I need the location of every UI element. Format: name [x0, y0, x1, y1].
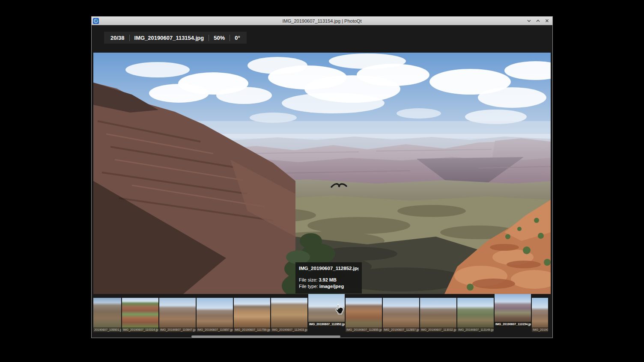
- thumbnail-label: IMG_20190607_112403.jpg: [271, 327, 307, 332]
- thumbnail-label: IMG_20190607_110314.jpg: [122, 327, 158, 332]
- thumbnail-strip: 20190607_105501.jpgIMG_20190607_110314.j…: [93, 294, 551, 333]
- desktop: IMG_20190607_113154.jpg | PhotoQt: [0, 0, 644, 362]
- thumbnail-label: IMG_20190607_112852.jpg: [308, 322, 345, 326]
- close-button[interactable]: [544, 18, 550, 24]
- thumbnail-IMG_20190607_112852.jpg[interactable]: IMG_20190607_112852.jpg: [308, 294, 345, 326]
- thumbnail-label: IMG_20190607_113154.jpg: [495, 322, 531, 326]
- titlebar[interactable]: IMG_20190607_113154.jpg | PhotoQt: [92, 17, 552, 25]
- rotation-angle: 0°: [230, 35, 244, 41]
- photoqt-window: IMG_20190607_113154.jpg | PhotoQt: [91, 16, 553, 338]
- tooltip-filetype: File type:image/jpeg: [299, 283, 358, 290]
- minimize-button[interactable]: [526, 18, 532, 24]
- thumbnail-label: IMG_20190607_112855.jpg: [346, 327, 382, 332]
- thumbnail-label: IMG_20190607_113149.jpg: [457, 327, 494, 332]
- thumbnail-IMG_20190607_112857.jpg[interactable]: IMG_20190607_112857.jpg: [383, 298, 419, 332]
- image-counter: 20/38: [106, 35, 129, 41]
- thumbnail-IMG_20190607_110857.jpg[interactable]: IMG_20190607_110857.jpg: [197, 298, 233, 332]
- tooltip-filesize: File size:3.92 MB: [299, 277, 358, 283]
- image-viewer-area: 20/38 IMG_20190607_113154.jpg 50% 0°: [92, 25, 552, 338]
- tooltip-filename: IMG_20190607_112852.jpg: [299, 266, 358, 271]
- photo-canvas: [93, 53, 551, 294]
- thumbnail-label: IMG_20190607_111759.jpg: [234, 327, 270, 332]
- chevron-up-icon: [536, 18, 540, 23]
- thumbnail-IMG_20190607_112403.jpg[interactable]: IMG_20190607_112403.jpg: [271, 298, 307, 332]
- thumbnail-20190607_105501.jpg[interactable]: 20190607_105501.jpg: [93, 298, 121, 332]
- maximize-button[interactable]: [535, 18, 541, 24]
- thumbnail-label: IMG_20190607_112857.jpg: [383, 327, 419, 332]
- close-icon: [545, 18, 549, 23]
- thumbnail-label: IMG_20190607_110847.jpg: [159, 327, 196, 332]
- thumbnail-label: IMG_20190607_113032.jpg: [420, 327, 456, 332]
- thumbnail-tooltip: IMG_20190607_112852.jpg File size:3.92 M…: [295, 262, 362, 294]
- thumbnail-IMG_20190607_112855.jpg[interactable]: IMG_20190607_112855.jpg: [346, 298, 382, 332]
- chevron-down-icon: [527, 18, 531, 23]
- thumbnail-IMG_20190607_110847.jpg[interactable]: IMG_20190607_110847.jpg: [159, 298, 196, 332]
- thumbnail-IMG_20190607_111759.jpg[interactable]: IMG_20190607_111759.jpg: [234, 298, 270, 332]
- current-filename: IMG_20190607_113154.jpg: [130, 35, 209, 41]
- thumbnail-IMG_20190607_113032.jpg[interactable]: IMG_20190607_113032.jpg: [420, 298, 456, 332]
- thumbnail-IMG_20190607_113149.jpg[interactable]: IMG_20190607_113149.jpg: [457, 298, 494, 332]
- thumbnail-IMG_20190607_110314.jpg[interactable]: IMG_20190607_110314.jpg: [122, 298, 158, 332]
- thumbnail-label: IMG_201906: [532, 327, 548, 332]
- quickinfo-bar: 20/38 IMG_20190607_113154.jpg 50% 0°: [104, 32, 247, 44]
- thumbnail-IMG_201906[interactable]: IMG_201906: [532, 298, 548, 332]
- window-title: IMG_20190607_113154.jpg | PhotoQt: [92, 18, 552, 24]
- thumbnail-IMG_20190607_113154.jpg[interactable]: IMG_20190607_113154.jpg: [495, 294, 531, 326]
- main-photo[interactable]: [93, 53, 551, 294]
- thumbnail-label: 20190607_105501.jpg: [93, 327, 121, 332]
- zoom-level: 50%: [209, 35, 230, 41]
- thumbnail-strip-inner: 20190607_105501.jpgIMG_20190607_110314.j…: [93, 294, 551, 332]
- thumbnail-scrollbar[interactable]: [191, 335, 340, 338]
- thumbnail-label: IMG_20190607_110857.jpg: [197, 327, 233, 332]
- window-controls: [526, 17, 550, 25]
